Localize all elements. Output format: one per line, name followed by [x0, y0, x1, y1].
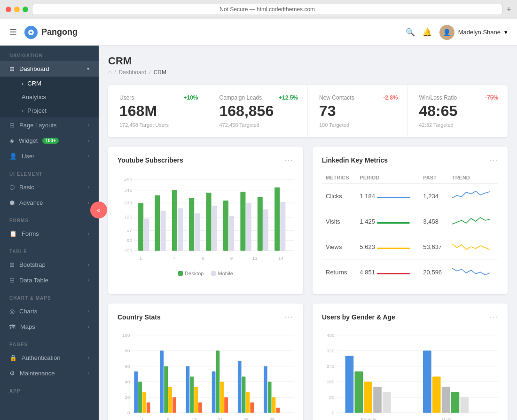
- sidebar-item-crm[interactable]: › CRM: [0, 77, 99, 90]
- nav-section-label: Navigation: [0, 46, 99, 61]
- chart-maps-section-label: Chart & Maps: [0, 288, 99, 303]
- stat-sub-contacts: 100 Targeted: [319, 122, 396, 128]
- svg-text:400: 400: [327, 333, 335, 338]
- legend-mobile: Mobile: [211, 271, 233, 276]
- home-icon: ⌂: [108, 69, 111, 76]
- stat-card-users: Users +10% 168M 172,458 Target Users: [108, 85, 208, 137]
- widget-icon: ◈: [9, 137, 14, 144]
- svg-text:6: 6: [202, 256, 204, 261]
- new-tab-button[interactable]: +: [506, 5, 511, 15]
- sidebar-item-advance[interactable]: ⬢ Advance ›: [0, 195, 99, 210]
- svg-rect-29: [258, 197, 263, 251]
- linkedin-more-button[interactable]: ···: [489, 156, 498, 164]
- svg-text:160: 160: [327, 379, 335, 384]
- svg-rect-101: [451, 392, 460, 413]
- svg-rect-93: [345, 356, 354, 413]
- table-section-label: Table: [0, 241, 99, 257]
- svg-text:Female: Female: [361, 417, 377, 420]
- svg-text:342: 342: [124, 187, 132, 193]
- country-stats-more-button[interactable]: ···: [285, 313, 294, 321]
- svg-rect-15: [138, 203, 143, 250]
- sidebar-item-forms[interactable]: 📋 Forms ›: [0, 226, 99, 241]
- widget-chevron: ›: [88, 138, 89, 143]
- content-area: « CRM ⌂ / Dashboard / CRM Users +10% 168…: [99, 46, 517, 420]
- sidebar-item-basic[interactable]: ⬡ Basic ›: [0, 179, 99, 195]
- dashboard-chevron: ▾: [87, 66, 89, 71]
- svg-rect-53: [142, 392, 146, 413]
- svg-text:1: 1: [141, 417, 144, 420]
- country-stats-header: Country Stats ···: [118, 313, 294, 321]
- widget-badge: 100+: [42, 138, 59, 144]
- gender-bar-chart: 400 320 240 160 80 0: [322, 329, 498, 420]
- maximize-button[interactable]: [23, 7, 28, 12]
- sidebar-item-bootstrap[interactable]: ⊞ Bootstrap ›: [0, 257, 99, 272]
- page-layouts-label: Page Layouts: [19, 122, 57, 129]
- breadcrumb-dashboard[interactable]: Dashboard: [119, 69, 147, 76]
- svg-text:20: 20: [125, 395, 130, 400]
- toggle-sidebar-button[interactable]: «: [99, 202, 107, 218]
- sidebar-item-project[interactable]: › Project: [0, 104, 99, 117]
- stat-card-leads: Campaign Leads +12.5% 168,856 472,458 Ta…: [208, 85, 308, 137]
- hamburger-icon[interactable]: ☰: [9, 27, 17, 38]
- svg-rect-22: [195, 213, 200, 250]
- youtube-more-button[interactable]: ···: [285, 156, 294, 164]
- svg-rect-96: [373, 387, 382, 413]
- svg-text:Male: Male: [441, 417, 452, 420]
- svg-rect-20: [178, 208, 183, 250]
- svg-text:0: 0: [127, 410, 130, 415]
- gender-more-button[interactable]: ···: [489, 313, 498, 321]
- svg-rect-18: [161, 211, 166, 251]
- col-past: Past: [419, 172, 448, 184]
- svg-rect-27: [240, 192, 245, 251]
- notification-icon[interactable]: 🔔: [423, 28, 432, 37]
- user-name: Madelyn Shane: [458, 29, 501, 36]
- sidebar-item-user[interactable]: 👤 User ›: [0, 148, 99, 164]
- sidebar-item-maps[interactable]: 🗺 Maps ›: [0, 319, 99, 334]
- sidebar-item-dashboard[interactable]: ⊞ Dashboard ▾: [0, 61, 99, 77]
- metric-sparkline-views: [448, 234, 498, 260]
- user-area[interactable]: 👤 Madelyn Shane ▾: [439, 25, 508, 40]
- svg-rect-30: [263, 210, 268, 251]
- top-actions: 🔍 🔔 👤 Madelyn Shane ▾: [406, 25, 508, 40]
- sidebar-item-widget[interactable]: ◈ Widget 100+ ›: [0, 133, 99, 148]
- breadcrumb-sep-1: /: [114, 69, 116, 76]
- linkedin-metrics-table: Metrics Period Past Trend Clicks 1,184: [322, 172, 498, 285]
- project-chevron-icon: ›: [22, 107, 24, 114]
- svg-rect-98: [423, 351, 431, 413]
- close-button[interactable]: [6, 7, 11, 12]
- forms-chevron: ›: [88, 231, 89, 236]
- trend-bar-returns: [377, 273, 410, 274]
- stat-change-leads: +12.5%: [279, 94, 298, 101]
- bootstrap-label: Bootstrap: [19, 261, 46, 268]
- minimize-button[interactable]: [14, 7, 20, 12]
- stat-value-contacts: 73: [319, 103, 396, 119]
- sidebar-item-data-table[interactable]: ⊟ Data Table ›: [0, 272, 99, 288]
- address-bar[interactable]: Not Secure — html.codedthemes.com: [32, 4, 502, 15]
- user-icon: 👤: [9, 153, 17, 160]
- charts-icon: ◎: [9, 308, 15, 315]
- metric-period-clicks: 1,184: [356, 184, 419, 209]
- search-icon[interactable]: 🔍: [406, 28, 415, 37]
- sidebar-item-authentication[interactable]: 🔒 Authentication ›: [0, 350, 99, 366]
- sidebar-item-maintenance[interactable]: ⚙ Maintenance ›: [0, 366, 99, 381]
- svg-rect-52: [138, 382, 142, 413]
- gender-chart-header: Users by Gender & Age ···: [322, 313, 498, 321]
- charts-label: Charts: [19, 308, 37, 315]
- dashboard-submenu: › CRM Analytics › Project: [0, 77, 99, 117]
- svg-rect-55: [160, 351, 164, 413]
- forms-label: Forms: [22, 230, 39, 237]
- sidebar-item-charts[interactable]: ◎ Charts ›: [0, 303, 99, 319]
- legend-desktop: Desktop: [178, 271, 204, 276]
- stat-value-ratio: 48:65: [419, 103, 497, 119]
- youtube-chart-card: Youtube Subscribers ··· 450 342 233 125 …: [108, 147, 303, 294]
- sidebar-item-page-layouts[interactable]: ⊟ Page Layouts ›: [0, 117, 99, 133]
- maps-icon: 🗺: [9, 323, 16, 330]
- svg-text:11: 11: [252, 256, 258, 261]
- stat-value-leads: 168,856: [219, 103, 297, 119]
- logo-text: Pangong: [41, 27, 78, 37]
- svg-rect-66: [224, 397, 228, 413]
- sidebar-item-analytics[interactable]: Analytics: [0, 90, 99, 104]
- maps-label: Maps: [20, 323, 35, 330]
- basic-icon: ⬡: [9, 184, 15, 191]
- breadcrumb: ⌂ / Dashboard / CRM: [108, 69, 508, 76]
